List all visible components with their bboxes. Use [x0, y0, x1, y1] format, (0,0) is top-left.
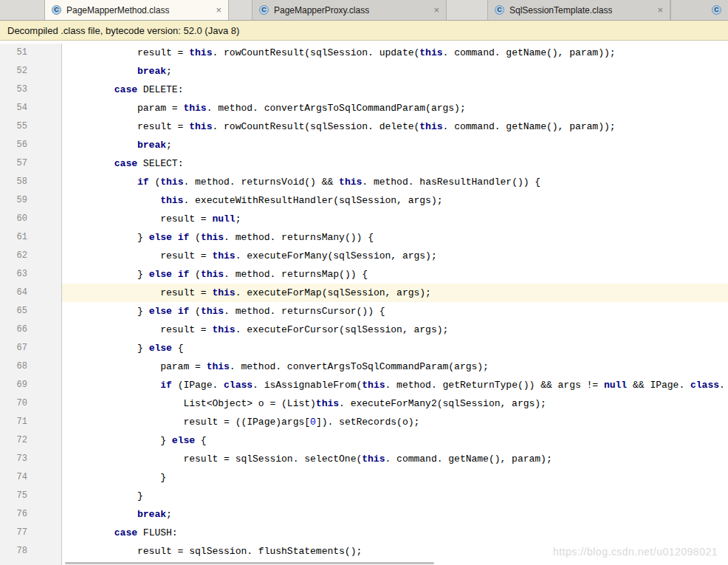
horizontal-scrollbar[interactable]	[65, 562, 434, 564]
line-number[interactable]: 55	[0, 117, 62, 136]
code-editor[interactable]: 51 result = this. rowCountResult(sqlSess…	[0, 41, 728, 565]
line-number[interactable]: 64	[0, 284, 62, 302]
code-text[interactable]: result = ((IPage)args[0]). setRecords(o)…	[62, 413, 728, 431]
code-line-57: 57 case SELECT:	[0, 154, 728, 173]
code-text[interactable]: result = this. rowCountResult(sqlSession…	[62, 117, 728, 136]
line-number[interactable]: 51	[0, 44, 62, 62]
line-number[interactable]: 66	[0, 321, 62, 339]
code-text[interactable]: case SELECT:	[62, 154, 728, 173]
code-line-55: 55 result = this. rowCountResult(sqlSess…	[0, 117, 728, 136]
line-number[interactable]: 65	[0, 302, 62, 321]
line-number[interactable]: 68	[0, 357, 62, 376]
line-number[interactable]: 78	[0, 542, 62, 561]
code-text[interactable]: } else if (this. method. returnsMany()) …	[62, 228, 728, 247]
tab-sqlsessiontemplate-class[interactable]: CSqlSessionTemplate.class×	[487, 0, 670, 20]
decompile-notification-bar: Decompiled .class file, bytecode version…	[0, 21, 728, 41]
code-text[interactable]: break;	[62, 136, 728, 154]
code-text[interactable]: } else if (this. method. returnsCursor()…	[62, 302, 728, 321]
line-number[interactable]: 67	[0, 339, 62, 357]
code-text[interactable]: case DELETE:	[62, 81, 728, 99]
close-tab-icon[interactable]: ×	[216, 5, 222, 15]
class-icon: C	[259, 5, 269, 15]
code-text[interactable]: result = this. executeForMap(sqlSession,…	[62, 284, 728, 302]
tab-pagemappermethod-class[interactable]: CPageMapperMethod.class×	[44, 0, 229, 20]
code-line-53: 53 case DELETE:	[0, 81, 728, 99]
code-text[interactable]: } else {	[62, 339, 728, 357]
line-number[interactable]: 54	[0, 99, 62, 117]
tab-label: SqlSessionTemplate.class	[509, 5, 612, 16]
code-text[interactable]: }	[62, 487, 728, 505]
code-line-56: 56 break;	[0, 136, 728, 154]
code-text[interactable]: break;	[62, 505, 728, 524]
code-line-59: 59 this. executeWithResultHandler(sqlSes…	[0, 191, 728, 210]
code-text[interactable]: if (IPage. class. isAssignableFrom(this.…	[62, 376, 728, 394]
code-line-68: 68 param = this. method. convertArgsToSq…	[0, 357, 728, 376]
code-text[interactable]: result = null;	[62, 210, 728, 228]
code-text[interactable]: param = this. method. convertArgsToSqlCo…	[62, 357, 728, 376]
line-number[interactable]: 56	[0, 136, 62, 154]
class-icon: C	[52, 5, 61, 15]
decompile-notification-text: Decompiled .class file, bytecode version…	[7, 25, 239, 36]
close-tab-icon[interactable]: ×	[433, 5, 439, 15]
line-number[interactable]: 58	[0, 173, 62, 191]
code-line-72: 72 } else {	[0, 431, 728, 450]
class-icon: C	[495, 5, 504, 15]
code-line-65: 65 } else if (this. method. returnsCurso…	[0, 302, 728, 321]
code-line-70: 70 List<Object> o = (List)this. executeF…	[0, 394, 728, 413]
line-number[interactable]: 61	[0, 228, 62, 247]
line-number[interactable]: 73	[0, 450, 62, 468]
tab-label: PageMapperMethod.class	[66, 5, 169, 16]
line-number[interactable]: 62	[0, 247, 62, 265]
tab-partial[interactable]: C	[670, 0, 728, 20]
code-line-71: 71 result = ((IPage)args[0]). setRecords…	[0, 413, 728, 431]
line-number[interactable]: 79	[0, 561, 62, 565]
code-text[interactable]: case FLUSH:	[62, 524, 728, 542]
line-number[interactable]: 72	[0, 431, 62, 450]
line-number[interactable]: 52	[0, 62, 62, 81]
code-text[interactable]: param = this. method. convertArgsToSqlCo…	[62, 99, 728, 117]
code-text[interactable]: } else {	[62, 431, 728, 450]
code-line-52: 52 break;	[0, 62, 728, 81]
code-line-73: 73 result = sqlSession. selectOne(this. …	[0, 450, 728, 468]
code-text[interactable]: if (this. method. returnsVoid() && this.…	[62, 173, 728, 191]
line-number[interactable]: 74	[0, 468, 62, 487]
close-tab-icon[interactable]: ×	[657, 5, 663, 15]
line-number[interactable]: 60	[0, 210, 62, 228]
code-line-54: 54 param = this. method. convertArgsToSq…	[0, 99, 728, 117]
code-line-58: 58 if (this. method. returnsVoid() && th…	[0, 173, 728, 191]
line-number[interactable]: 57	[0, 154, 62, 173]
editor-tab-bar: CPageMapperMethod.class×CPageMapperProxy…	[0, 0, 728, 21]
code-line-51: 51 result = this. rowCountResult(sqlSess…	[0, 44, 728, 62]
code-line-69: 69 if (IPage. class. isAssignableFrom(th…	[0, 376, 728, 394]
watermark-text: https://blog.csdn.net/u012098021	[553, 546, 718, 558]
line-number[interactable]: 53	[0, 81, 62, 99]
code-line-63: 63 } else if (this. method. returnsMap()…	[0, 265, 728, 284]
code-line-61: 61 } else if (this. method. returnsMany(…	[0, 228, 728, 247]
line-number[interactable]: 75	[0, 487, 62, 505]
line-number[interactable]: 70	[0, 394, 62, 413]
line-number[interactable]: 63	[0, 265, 62, 284]
code-text[interactable]: result = this. executeForCursor(sqlSessi…	[62, 321, 728, 339]
code-text[interactable]: break;	[62, 62, 728, 81]
line-number[interactable]: 77	[0, 524, 62, 542]
code-line-74: 74 }	[0, 468, 728, 487]
line-number[interactable]: 71	[0, 413, 62, 431]
code-text[interactable]: }	[62, 468, 728, 487]
code-line-62: 62 result = this. executeForMany(sqlSess…	[0, 247, 728, 265]
code-line-67: 67 } else {	[0, 339, 728, 357]
code-text[interactable]: this. executeWithResultHandler(sqlSessio…	[62, 191, 728, 210]
line-number[interactable]: 69	[0, 376, 62, 394]
tab-pagemapperproxy-class[interactable]: CPageMapperProxy.class×	[252, 0, 447, 20]
code-line-66: 66 result = this. executeForCursor(sqlSe…	[0, 321, 728, 339]
code-text[interactable]: List<Object> o = (List)this. executeForM…	[62, 394, 728, 413]
code-text[interactable]: result = this. rowCountResult(sqlSession…	[62, 44, 728, 62]
line-number[interactable]: 59	[0, 191, 62, 210]
class-icon: C	[712, 5, 721, 15]
line-number[interactable]: 76	[0, 505, 62, 524]
code-line-76: 76 break;	[0, 505, 728, 524]
code-text[interactable]: } else if (this. method. returnsMap()) {	[62, 265, 728, 284]
code-line-64: 64 result = this. executeForMap(sqlSessi…	[0, 284, 728, 302]
code-text[interactable]: result = sqlSession. selectOne(this. com…	[62, 450, 728, 468]
tab-label: PageMapperProxy.class	[274, 5, 369, 16]
code-text[interactable]: result = this. executeForMany(sqlSession…	[62, 247, 728, 265]
